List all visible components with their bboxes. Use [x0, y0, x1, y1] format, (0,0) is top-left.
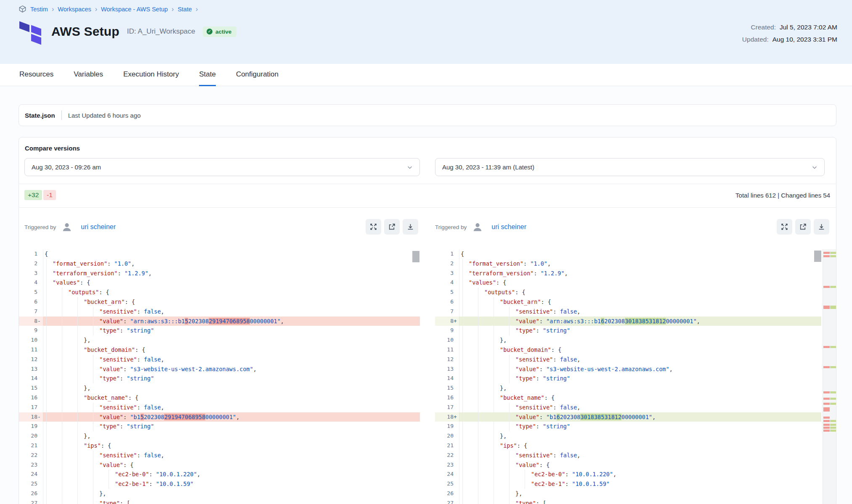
breadcrumb-separator: › — [95, 6, 97, 13]
code-line: 16 "bucket_name": { — [435, 393, 821, 403]
line-number: 20 — [19, 431, 43, 441]
indent-guides — [45, 355, 99, 364]
expand-icon[interactable] — [777, 219, 792, 235]
cube-icon — [19, 5, 27, 13]
code-line: 20 }, — [19, 431, 420, 441]
code-line: 27 "type": [ — [19, 499, 420, 504]
created-value: Jul 5, 2023 7:02 AM — [780, 24, 837, 31]
code-line: 22 "sensitive": false, — [435, 451, 821, 460]
code-line: 8+"value": "arn:aws:s3:::b16202308301838… — [435, 317, 821, 326]
download-icon[interactable] — [403, 219, 418, 235]
code-line: 23 "value": { — [19, 460, 420, 470]
compare-versions-label: Compare versions — [25, 145, 80, 152]
scrollbar-thumb[interactable] — [412, 251, 419, 262]
breadcrumb-link[interactable]: Testim — [30, 6, 48, 13]
indent-guides — [461, 307, 515, 317]
diff-marker — [37, 374, 43, 383]
indent-guides — [461, 403, 515, 412]
diff-marker: - — [37, 412, 43, 422]
diff-overview-ruler[interactable] — [823, 249, 836, 504]
code-line: 10 }, — [19, 335, 420, 345]
line-number: 11 — [435, 345, 459, 355]
line-number: 20 — [435, 431, 459, 441]
code-content: "sensitive": false, — [43, 355, 420, 364]
code-content: "sensitive": false, — [459, 355, 821, 364]
breadcrumb-link[interactable]: State — [178, 6, 192, 13]
indent-guides — [45, 278, 53, 288]
line-number: 10 — [435, 335, 459, 345]
download-icon[interactable] — [814, 219, 829, 235]
triggered-by-user[interactable]: uri scheiner — [81, 223, 116, 231]
line-number: 21 — [19, 441, 43, 451]
diff-marker — [37, 278, 43, 288]
version-select-left-value: Aug 30, 2023 - 09:26 am — [32, 164, 101, 171]
diff-marker — [454, 345, 459, 355]
indent-guides — [461, 499, 515, 504]
diff-marker — [454, 326, 459, 335]
code-line: 21 "ips": { — [19, 441, 420, 451]
status-badge-label: active — [215, 29, 231, 35]
code-content: }, — [43, 383, 420, 393]
tab-bar: ResourcesVariablesExecution HistoryState… — [0, 64, 852, 86]
open-in-new-icon[interactable] — [384, 219, 400, 235]
tab-resources[interactable]: Resources — [19, 64, 53, 86]
code-line: 9 "type": "string" — [435, 326, 821, 335]
code-content: "value": "s3-website-us-west-2.amazonaws… — [459, 364, 821, 374]
code-content: }, — [43, 489, 420, 499]
diff-marker: + — [454, 412, 459, 422]
code-line: 11 "bucket_domain": { — [19, 345, 420, 355]
diff-marker — [37, 393, 43, 403]
tab-execution-history[interactable]: Execution History — [123, 64, 179, 86]
diff-marker — [454, 441, 459, 451]
indent-guides — [461, 374, 515, 383]
version-select-left[interactable]: Aug 30, 2023 - 09:26 am — [24, 158, 420, 176]
ruler-mark-removed — [823, 306, 830, 309]
line-number: 1 — [19, 249, 43, 259]
indent-guides — [461, 383, 500, 393]
open-in-new-icon[interactable] — [795, 219, 811, 235]
code-content: "bucket_arn": { — [459, 297, 821, 307]
code-content: "ec2-be-0": "10.0.1.220", — [43, 470, 420, 479]
diff-marker — [37, 249, 43, 259]
indent-guides — [45, 297, 84, 307]
indent-guides — [45, 412, 99, 422]
indent-guides — [461, 470, 531, 479]
breadcrumb-link[interactable]: Workspaces — [58, 6, 91, 13]
code-line: 14 "type": "string" — [435, 374, 821, 383]
expand-icon[interactable] — [366, 219, 381, 235]
code-line: 21 "ips": { — [435, 441, 821, 451]
tab-variables[interactable]: Variables — [74, 64, 103, 86]
indent-guides — [45, 259, 53, 269]
scrollbar-thumb[interactable] — [814, 251, 821, 262]
panel-header-right: Triggered by uri scheiner — [435, 207, 836, 249]
ruler-mark-removed — [823, 255, 830, 257]
tab-state[interactable]: State — [199, 64, 216, 86]
code-line: 20 }, — [435, 431, 821, 441]
code-line: 10 }, — [435, 335, 821, 345]
breadcrumb-separator: › — [172, 6, 174, 13]
version-select-right[interactable]: Aug 30, 2023 - 11:39 am (Latest) — [435, 158, 825, 176]
code-content: "bucket_name": { — [43, 393, 420, 403]
line-number: 9 — [435, 326, 459, 335]
lines-info: Total lines 612 | Changed lines 54 — [735, 192, 830, 199]
diff-marker — [37, 345, 43, 355]
breadcrumb-link[interactable]: Workspace - AWS Setup — [101, 6, 168, 13]
indent-guides — [45, 451, 99, 460]
status-badge: ✓ active — [203, 26, 236, 37]
code-line: 2 "format_version": "1.0", — [435, 259, 821, 269]
ruler-mark-added — [830, 391, 836, 393]
tab-configuration[interactable]: Configuration — [236, 64, 279, 86]
code-line: 24 "ec2-be-0": "10.0.1.220", — [19, 470, 420, 479]
line-number: 6 — [435, 297, 459, 307]
triggered-by-user[interactable]: uri scheiner — [491, 223, 526, 231]
diff-marker — [454, 259, 459, 269]
ruler-mark-added — [830, 252, 836, 254]
diff-marker — [37, 326, 43, 335]
indent-guides — [461, 335, 500, 345]
indent-guides — [45, 335, 84, 345]
triggered-by-label: Triggered by — [24, 224, 56, 230]
indent-guides — [461, 479, 531, 489]
diff-marker — [37, 470, 43, 479]
line-number: 2 — [19, 259, 43, 269]
ruler-mark-added — [830, 366, 836, 368]
